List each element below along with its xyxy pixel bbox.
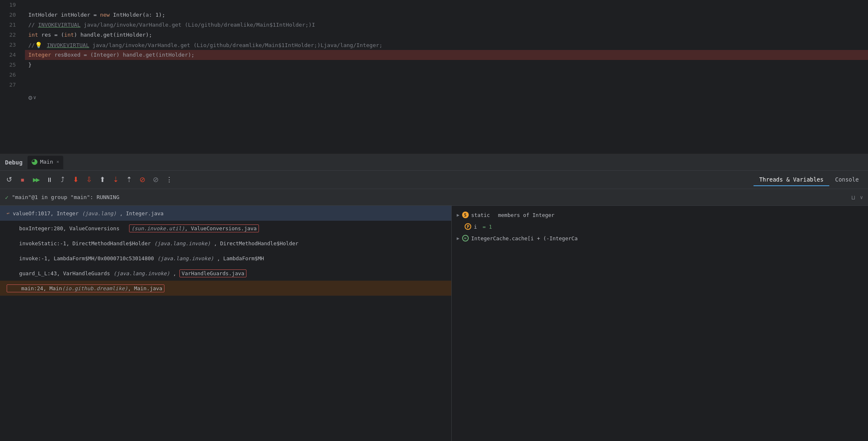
debug-toolbar: ↺ ■ ▶▶ ⏸ ⤴ ⬇ ⇩ ⬆ ⇣ ⇡ ⊘ ⊘ ⋮ Threads & Var… [0, 171, 868, 189]
debug-panel: Debug Main × ↺ ■ ▶▶ ⏸ ⤴ ⬇ ⇩ ⬆ ⇣ ⇡ ⊘ ⊘ ⋮ … [0, 154, 868, 441]
line-27: 27 [0, 80, 20, 90]
variables-panel: ▶ S static members of Integer P i = 1 ▶ … [452, 206, 868, 441]
line-26: 26 [0, 70, 20, 80]
more-button[interactable]: ⋮ [163, 174, 175, 186]
stack-item-0[interactable]: ↩ valueOf:1017, Integer (java.lang) , In… [0, 206, 451, 221]
expand-icon-cache: ▶ [457, 236, 460, 241]
step-out-button[interactable]: ⬆ [97, 174, 108, 186]
view-breakpoints-button[interactable]: ⊘ [137, 174, 148, 186]
tab-console[interactable]: Console [829, 174, 865, 186]
gutter-dropdown[interactable]: ∨ [33, 95, 36, 100]
filter-icon[interactable]: ⊔ [851, 194, 855, 201]
stack-italic-4: (java.lang.invoke) [113, 270, 169, 277]
stack-item-4[interactable]: guard_L_L:43, VarHandleGuards (java.lang… [0, 266, 451, 281]
var-type-icon-p: P [465, 223, 471, 230]
code-editor[interactable]: IntHolder intHolder = new IntHolder(a: 1… [25, 0, 868, 154]
code-line-22: int res = (int) handle.get(intHolder); [25, 30, 868, 40]
line-numbers: 19 20 21 22 23 24 25 26 27 [0, 0, 25, 154]
close-session-button[interactable]: × [56, 159, 59, 164]
code-line-23: //💡 INVOKEVIRTUAL java/lang/invoke/VarHa… [25, 40, 868, 50]
line-19: 19 [0, 0, 20, 10]
stop-button[interactable]: ■ [17, 174, 28, 186]
stack-text-2: invokeStatic:-1, DirectMethodHandle$Hold… [7, 240, 151, 247]
stack-italic-1 [123, 225, 126, 232]
var-desc-static: members of Integer [498, 212, 554, 218]
session-tab-icon [32, 159, 37, 165]
stack-file-2: , DirectMethodHandle$Holder [214, 240, 298, 247]
line-24: 24 [0, 50, 20, 60]
gutter-icon-area: ⚙ ∨ [25, 90, 868, 105]
resume-button[interactable]: ▶▶ [30, 174, 42, 186]
debug-label: Debug [5, 159, 22, 166]
var-name-i: i [474, 224, 477, 230]
stack-text-1: boxInteger:280, ValueConversions [7, 225, 119, 232]
force-step-into-button[interactable]: ⇩ [83, 174, 95, 186]
line-20: 20 [0, 10, 20, 20]
thread-name: "main"@1 in group "main": RUNNING [12, 194, 119, 200]
hint-icon: 💡 [35, 42, 42, 48]
stack-file-3: , LambdaForm$MH [217, 255, 264, 262]
var-value-i: = 1 [480, 224, 492, 230]
stack-italic-2: (java.lang.invoke) [154, 240, 210, 247]
session-tab-label: Main [40, 159, 53, 165]
var-type-icon-inf: ∞ [462, 235, 469, 242]
stack-highlight-1: (sun.invoke.util), ValueConversions.java [129, 224, 259, 232]
stack-item-2[interactable]: invokeStatic:-1, DirectMethodHandle$Hold… [0, 236, 451, 251]
return-icon-0: ↩ [7, 211, 10, 216]
step-instruction-button[interactable]: ⇡ [123, 174, 135, 186]
gutter-icon: ⚙ [28, 94, 32, 102]
debug-tabbar: Debug Main × [0, 154, 868, 171]
thread-selector: ✓ "main"@1 in group "main": RUNNING ⊔ ∨ [0, 189, 868, 206]
line-21: 21 [0, 20, 20, 30]
step-into-button[interactable]: ⬇ [70, 174, 82, 186]
stack-item-3[interactable]: invoke:-1, LambdaForm$MH/0x0000710c53014… [0, 251, 451, 266]
code-line-27 [25, 80, 868, 90]
code-line-21: // INVOKEVIRTUAL java/lang/invoke/VarHan… [25, 20, 868, 30]
stack-file-0: , Integer.java [119, 210, 163, 217]
expand-icon-static: ▶ [457, 212, 460, 218]
var-item-i[interactable]: P i = 1 [452, 221, 868, 232]
var-name-static: static [471, 212, 490, 218]
var-item-static[interactable]: ▶ S static members of Integer [452, 209, 868, 221]
code-line-20: IntHolder intHolder = new IntHolder(a: 1… [25, 10, 868, 20]
var-item-cache[interactable]: ▶ ∞ IntegerCache.cache[i + (-IntegerCa [452, 232, 868, 244]
stack-text-3: invoke:-1, LambdaForm$MH/0x0000710c53014… [7, 255, 154, 262]
pause-button[interactable]: ⏸ [43, 174, 55, 186]
editor-area: 19 20 21 22 23 24 25 26 27 IntHolder int… [0, 0, 868, 154]
code-line-25: } [25, 60, 868, 70]
var-type-icon-s: S [462, 212, 469, 218]
tab-threads-variables[interactable]: Threads & Variables [754, 174, 829, 186]
thread-check-icon: ✓ [5, 194, 8, 201]
session-tab-main[interactable]: Main × [27, 156, 63, 169]
stack-highlight-4: VarHandleGuards.java [179, 269, 246, 277]
panel-tabs: Threads & Variables Console [754, 174, 865, 186]
line-23: 23 [0, 40, 20, 50]
thread-dropdown-icon[interactable]: ∨ [860, 194, 863, 200]
code-line-19 [25, 0, 868, 10]
var-name-cache: IntegerCache.cache[i + (-IntegerCa [471, 235, 578, 242]
stack-item-1[interactable]: boxInteger:280, ValueConversions (sun.in… [0, 221, 451, 236]
stack-item-5[interactable]: main:24, Main (io.github.dreamlike) , Ma… [0, 281, 451, 296]
stack-italic-3: (java.lang.invoke) [157, 255, 214, 262]
stack-text-4: guard_L_L:43, VarHandleGuards [7, 270, 110, 277]
stack-highlight-5: main:24, Main (io.github.dreamlike) , Ma… [7, 284, 164, 292]
debug-content: ↩ valueOf:1017, Integer (java.lang) , In… [0, 206, 868, 441]
code-line-24: Integer resBoxed = (Integer) handle.get(… [25, 50, 868, 60]
run-to-cursor-button[interactable]: ⇣ [110, 174, 122, 186]
stack-italic-0: (java.lang) [82, 210, 117, 217]
call-stack: ↩ valueOf:1017, Integer (java.lang) , In… [0, 206, 452, 441]
expand-spacer-i [457, 224, 462, 229]
line-22: 22 [0, 30, 20, 40]
code-line-26 [25, 70, 868, 80]
rerun-button[interactable]: ↺ [3, 174, 15, 186]
mute-breakpoints-button[interactable]: ⊘ [150, 174, 162, 186]
step-over-button[interactable]: ⤴ [57, 174, 68, 186]
line-25: 25 [0, 60, 20, 70]
stack-text-0: valueOf:1017, Integer [13, 210, 79, 217]
